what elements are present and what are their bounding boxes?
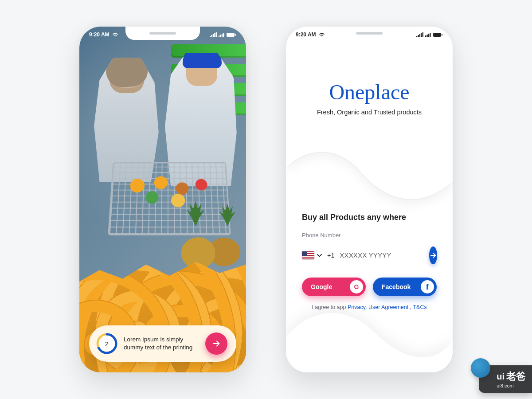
svg-rect-3 xyxy=(214,33,215,37)
login-heading: Buy all Products any where xyxy=(302,213,437,222)
svg-rect-2 xyxy=(213,34,214,37)
arrow-right-icon xyxy=(429,251,437,259)
svg-rect-21 xyxy=(430,33,430,37)
svg-rect-17 xyxy=(422,32,423,37)
watermark-url: ui8.com xyxy=(497,383,526,388)
phone-input[interactable] xyxy=(340,252,424,259)
brand-tagline: Fresh, Organic and Trusted products xyxy=(304,109,435,116)
login-screen: 9:20 AM Oneplace Fresh, Organic and Trus… xyxy=(286,27,453,372)
svg-rect-19 xyxy=(426,35,427,37)
facebook-login-button[interactable]: Facebook f xyxy=(373,278,437,296)
google-icon: G xyxy=(350,280,363,293)
svg-rect-15 xyxy=(419,34,420,37)
wifi-icon xyxy=(112,32,118,37)
watermark-badge: ui老爸 ui8.com xyxy=(479,365,532,393)
country-picker[interactable] xyxy=(302,251,322,259)
phone-notch xyxy=(332,27,407,40)
terms-links[interactable]: Privacy, User Agreement , T&Cs xyxy=(348,304,427,310)
signal-icon xyxy=(416,32,423,37)
arrow-right-icon xyxy=(211,339,221,348)
next-button[interactable] xyxy=(205,332,227,355)
svg-rect-18 xyxy=(425,35,426,37)
onboarding-screen: 9:20 AM 2 Lorem Ipsum is simply dummy te… xyxy=(79,27,246,372)
status-time: 9:20 AM xyxy=(89,31,110,38)
svg-rect-1 xyxy=(211,35,212,37)
signal-icon-secondary xyxy=(219,32,225,37)
terms-text: I agree to app Privacy, User Agreement ,… xyxy=(302,304,437,310)
phone-notch xyxy=(125,27,200,40)
battery-icon xyxy=(227,32,236,37)
phone-label: Phone Number xyxy=(302,232,437,239)
onboarding-text: Lorem Ipsum is simply dummy text of the … xyxy=(124,336,199,352)
svg-rect-6 xyxy=(220,35,221,37)
svg-rect-5 xyxy=(219,35,219,37)
svg-rect-13 xyxy=(416,36,417,37)
svg-rect-4 xyxy=(216,32,217,37)
google-login-button[interactable]: Google G xyxy=(302,278,366,296)
wifi-icon xyxy=(319,32,325,37)
svg-rect-0 xyxy=(210,36,211,37)
svg-rect-8 xyxy=(223,33,224,37)
facebook-icon: f xyxy=(421,280,434,293)
chevron-down-icon xyxy=(317,254,322,257)
svg-rect-20 xyxy=(428,34,429,37)
status-time: 9:20 AM xyxy=(296,31,316,38)
brand-logo: Oneplace xyxy=(304,80,435,104)
svg-rect-14 xyxy=(418,35,419,37)
decorative-wave xyxy=(286,142,453,217)
svg-rect-7 xyxy=(222,34,223,37)
hero-image xyxy=(79,27,246,372)
google-label: Google xyxy=(311,283,332,290)
svg-rect-10 xyxy=(235,34,236,35)
svg-rect-16 xyxy=(421,33,422,37)
battery-icon xyxy=(433,32,443,37)
phone-prefix: +1 xyxy=(327,252,335,259)
svg-rect-23 xyxy=(442,34,442,35)
flag-us-icon xyxy=(302,251,314,259)
signal-icon xyxy=(210,32,217,37)
step-progress-badge: 2 xyxy=(96,333,117,354)
onboarding-card: 2 Lorem Ipsum is simply dummy text of th… xyxy=(89,325,236,362)
svg-rect-22 xyxy=(433,33,441,37)
facebook-label: Facebook xyxy=(382,283,411,290)
svg-rect-9 xyxy=(227,33,235,37)
submit-phone-button[interactable] xyxy=(429,246,437,264)
signal-icon-secondary xyxy=(425,32,431,37)
